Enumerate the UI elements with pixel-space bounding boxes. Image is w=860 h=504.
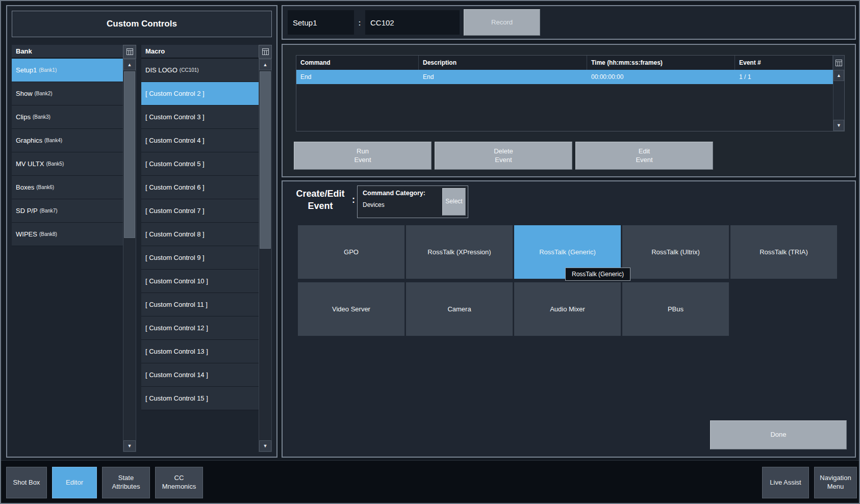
command-category-box: Command Category: Devices Select (357, 185, 468, 218)
create-edit-separator: : (352, 195, 355, 205)
macro-scrollbar[interactable]: ▲ ▼ (259, 59, 272, 452)
device-button-rosstalk-xpression[interactable]: RossTalk (XPression) (406, 225, 513, 279)
done-button[interactable]: Done (710, 420, 847, 449)
run-event-button[interactable]: Run Event (294, 142, 432, 170)
device-tooltip: RossTalk (Generic) (565, 268, 630, 281)
macro-item[interactable]: [ Custom Control 4 ] (141, 129, 259, 152)
state-attributes-button[interactable]: State Attributes (102, 467, 150, 498)
scroll-down-button[interactable]: ▼ (259, 440, 271, 452)
bank-item[interactable]: Clips(Bank3) (12, 105, 123, 129)
macro-item[interactable]: [ Custom Control 10 ] (141, 270, 259, 293)
scroll-down-button[interactable]: ▼ (123, 440, 136, 452)
device-button-audio-mixer[interactable]: Audio Mixer (514, 282, 621, 336)
bank-item[interactable]: SD P/P(Bank7) (12, 199, 123, 223)
event-table: Command Description Time (hh:mm:ss:frame… (296, 55, 845, 131)
macro-item[interactable]: [ Custom Control 11 ] (141, 293, 259, 316)
live-assist-button[interactable]: Live Assist (762, 467, 809, 498)
event-list-panel: Command Description Time (hh:mm:ss:frame… (282, 44, 856, 177)
event-action-buttons: Run Event Delete Event Edit Event (294, 142, 713, 170)
cc-name-bar: Setup1 : CC102 Record (282, 5, 856, 40)
table-grid-icon-button[interactable] (833, 56, 844, 70)
grid-icon (262, 48, 269, 55)
device-button-gpo[interactable]: GPO (298, 225, 404, 279)
bank-macro-lists: Bank Setup1(Bank1) Show(Bank2) Clips(Ban… (12, 45, 272, 452)
device-button-rosstalk-ultrix[interactable]: RossTalk (Ultrix) (622, 225, 729, 279)
macro-grid-icon-button[interactable] (259, 45, 272, 59)
bank-name-display: Setup1 (288, 10, 354, 35)
select-category-button[interactable]: Select (442, 188, 466, 216)
column-header-event-number: Event # (735, 56, 833, 70)
edit-event-button[interactable]: Edit Event (575, 142, 713, 170)
event-table-header: Command Description Time (hh:mm:ss:frame… (296, 56, 833, 70)
device-button-video-server[interactable]: Video Server (298, 282, 404, 336)
macro-header: Macro (141, 45, 259, 59)
scroll-track[interactable] (833, 81, 844, 120)
column-header-description: Description (419, 56, 587, 70)
bank-item[interactable]: WIPES(Bank8) (12, 223, 123, 246)
macro-item[interactable]: [ Custom Control 8 ] (141, 223, 259, 246)
macro-item[interactable]: [ Custom Control 5 ] (141, 152, 259, 176)
scroll-track[interactable] (259, 70, 271, 440)
macro-list: Macro DIS LOGO(CC101) [ Custom Control 2… (141, 45, 272, 452)
grid-icon (836, 60, 842, 66)
bank-header: Bank (12, 45, 123, 59)
macro-item[interactable]: [ Custom Control 15 ] (141, 387, 259, 410)
bank-item[interactable]: MV ULTX(Bank5) (12, 152, 123, 176)
event-table-scrollbar[interactable]: ▲ ▼ (833, 56, 844, 131)
bank-grid-icon-button[interactable] (123, 45, 136, 59)
cc-name-input[interactable]: CC102 (365, 10, 460, 35)
scroll-up-button[interactable]: ▲ (833, 70, 844, 81)
bank-item[interactable]: Show(Bank2) (12, 82, 123, 105)
macro-items: DIS LOGO(CC101) [ Custom Control 2 ] [ C… (141, 59, 259, 452)
shot-box-button[interactable]: Shot Box (6, 467, 47, 498)
grid-icon (127, 48, 133, 55)
navigation-menu-button[interactable]: Navigation Menu (814, 467, 857, 498)
cc-mnemonics-button[interactable]: CC Mnemonics (155, 467, 203, 498)
create-edit-event-label: Create/Edit Event (290, 188, 351, 213)
command-category-label: Command Category: (363, 190, 442, 197)
panel-title: Custom Controls (12, 11, 272, 37)
scroll-down-button[interactable]: ▼ (833, 120, 844, 131)
event-time-cell: 00:00:00:00 (587, 70, 735, 84)
macro-item[interactable]: [ Custom Control 2 ] (141, 82, 259, 105)
device-button-rosstalk-tria[interactable]: RossTalk (TRIA) (730, 225, 837, 279)
macro-item[interactable]: [ Custom Control 6 ] (141, 176, 259, 199)
custom-controls-panel: Custom Controls Bank Setup1(Bank1) Show(… (6, 5, 277, 458)
macro-item[interactable]: [ Custom Control 3 ] (141, 105, 259, 129)
event-row[interactable]: End End 00:00:00:00 1 / 1 (296, 70, 833, 84)
macro-item[interactable]: [ Custom Control 12 ] (141, 316, 259, 340)
bottom-navigation-bar: Shot Box Editor State Attributes CC Mnem… (1, 460, 859, 503)
event-description-cell: End (419, 70, 587, 84)
editor-button[interactable]: Editor (52, 467, 97, 498)
bank-item[interactable]: Boxes(Bank6) (12, 176, 123, 199)
macro-item[interactable]: [ Custom Control 7 ] (141, 199, 259, 223)
device-button-pbus[interactable]: PBus (622, 282, 729, 336)
create-edit-event-panel: Create/Edit Event : Command Category: De… (282, 180, 856, 458)
bank-item[interactable]: Setup1(Bank1) (12, 59, 123, 82)
event-table-main: Command Description Time (hh:mm:ss:frame… (296, 56, 833, 131)
event-table-empty-area (296, 84, 833, 131)
name-separator: : (354, 18, 365, 27)
column-header-command: Command (296, 56, 419, 70)
macro-item[interactable]: [ Custom Control 13 ] (141, 340, 259, 363)
macro-item[interactable]: [ Custom Control 9 ] (141, 246, 259, 270)
command-category-value: Devices (363, 201, 442, 208)
scroll-up-button[interactable]: ▲ (259, 59, 271, 70)
command-category-text: Command Category: Devices (358, 186, 442, 218)
scroll-up-button[interactable]: ▲ (123, 59, 136, 70)
scroll-track[interactable] (123, 70, 136, 440)
macro-item[interactable]: DIS LOGO(CC101) (141, 59, 259, 82)
bank-list: Bank Setup1(Bank1) Show(Bank2) Clips(Ban… (12, 45, 136, 452)
record-button[interactable]: Record (464, 9, 540, 36)
event-command-cell: End (296, 70, 419, 84)
macro-item[interactable]: [ Custom Control 14 ] (141, 363, 259, 387)
app-window: Custom Controls Bank Setup1(Bank1) Show(… (0, 0, 860, 504)
scroll-thumb[interactable] (260, 71, 271, 249)
column-header-time: Time (hh:mm:ss:frames) (587, 56, 735, 70)
delete-event-button[interactable]: Delete Event (435, 142, 572, 170)
device-button-camera[interactable]: Camera (406, 282, 513, 336)
scroll-thumb[interactable] (124, 71, 135, 238)
bank-items: Setup1(Bank1) Show(Bank2) Clips(Bank3) G… (12, 59, 123, 452)
bank-item[interactable]: Graphics(Bank4) (12, 129, 123, 152)
bank-scrollbar[interactable]: ▲ ▼ (123, 59, 136, 452)
